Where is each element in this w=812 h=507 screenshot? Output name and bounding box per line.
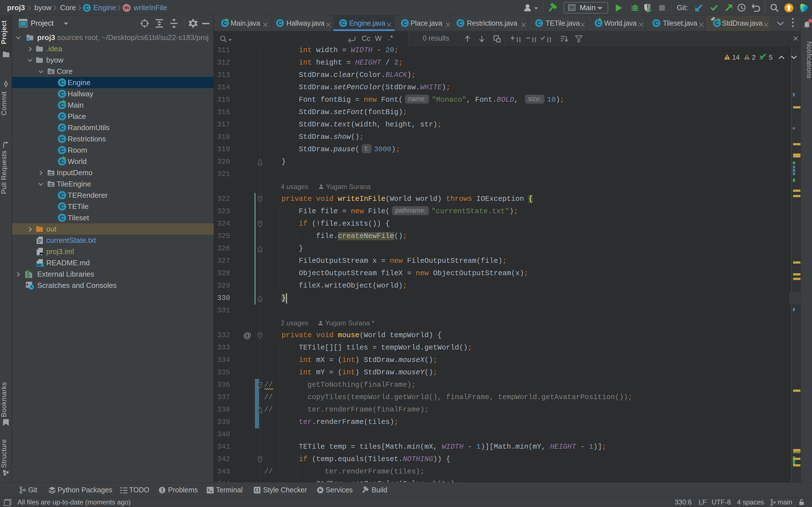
svg-text:MD: MD	[37, 264, 42, 267]
